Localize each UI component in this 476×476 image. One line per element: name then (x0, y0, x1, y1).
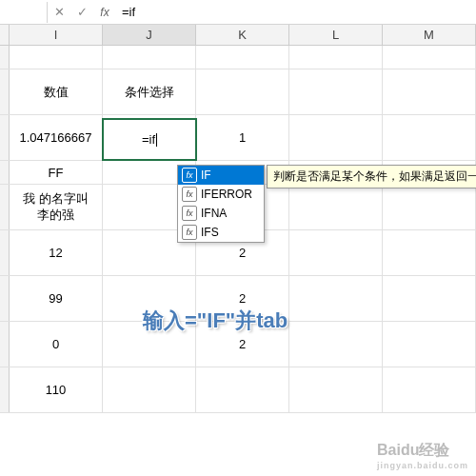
function-icon: fx (182, 168, 197, 183)
autocomplete-label: IFNA (201, 207, 227, 220)
cell[interactable] (383, 367, 476, 412)
cell[interactable] (289, 69, 383, 114)
cell[interactable]: 我 的名字叫 李的强 (10, 185, 103, 229)
autocomplete-label: IF (201, 169, 211, 182)
cell[interactable] (289, 185, 383, 229)
cell[interactable] (383, 322, 476, 367)
cell[interactable]: FF (10, 161, 103, 184)
grid-row: 数值 条件选择 (0, 69, 476, 115)
cell[interactable] (383, 46, 476, 69)
cell[interactable]: 2 (196, 322, 289, 367)
cell[interactable] (289, 230, 383, 275)
grid-row: 1.047166667 1 (0, 115, 476, 161)
select-all-corner[interactable] (0, 25, 10, 45)
cell[interactable] (103, 322, 196, 367)
grid-row: 99 2 (0, 276, 476, 322)
cell-header-I[interactable]: 数值 (10, 69, 103, 114)
cell[interactable] (383, 230, 476, 275)
formula-input[interactable]: =if (116, 5, 476, 19)
cell[interactable] (383, 115, 476, 160)
row-header[interactable] (0, 322, 10, 367)
active-cell-text: =if (142, 132, 155, 147)
grid-row: 0 2 (0, 322, 476, 367)
autocomplete-tooltip: 判断是否满足某个条件，如果满足返回一个 (267, 165, 476, 188)
cell[interactable] (289, 276, 383, 321)
fx-icon[interactable]: fx (93, 6, 116, 19)
cell-header-J[interactable]: 条件选择 (103, 69, 196, 114)
autocomplete-item[interactable]: fx IFERROR (178, 185, 264, 204)
grid-row (0, 46, 476, 69)
cancel-icon[interactable]: ✕ (48, 5, 70, 19)
formula-bar: ✕ ✓ fx =if (0, 0, 476, 25)
row-header[interactable] (0, 161, 10, 184)
grid-row: 110 (0, 367, 476, 413)
col-header-M[interactable]: M (383, 25, 476, 45)
row-header[interactable] (0, 276, 10, 321)
col-header-J[interactable]: J (103, 25, 196, 45)
watermark-main: Baidu经验 (377, 442, 449, 458)
cell[interactable] (10, 46, 103, 69)
active-cell[interactable]: =if (102, 118, 197, 161)
watermark: Baidu经验 jingyan.baidu.com (377, 441, 468, 470)
cell[interactable]: 0 (10, 322, 103, 367)
row-header[interactable] (0, 367, 10, 412)
watermark-sub: jingyan.baidu.com (377, 461, 468, 470)
cell[interactable]: 1.047166667 (10, 115, 103, 160)
function-icon: fx (182, 206, 197, 221)
autocomplete-item[interactable]: fx IFS (178, 223, 264, 242)
function-icon: fx (182, 187, 197, 202)
row-header[interactable] (0, 230, 10, 275)
row-header[interactable] (0, 185, 10, 229)
cell[interactable] (289, 115, 383, 160)
autocomplete-item[interactable]: fx IF (178, 166, 264, 185)
formula-autocomplete: fx IF fx IFERROR fx IFNA fx IFS (177, 165, 265, 243)
cell[interactable] (289, 46, 383, 69)
column-header-row: I J K L M (0, 25, 476, 46)
row-header[interactable] (0, 115, 10, 160)
cell[interactable]: 99 (10, 276, 103, 321)
col-header-L[interactable]: L (289, 25, 383, 45)
cell[interactable]: 1 (196, 115, 289, 160)
cell[interactable] (383, 185, 476, 229)
row-header[interactable] (0, 46, 10, 69)
cell[interactable] (103, 367, 196, 412)
autocomplete-label: IFERROR (201, 188, 252, 201)
confirm-icon[interactable]: ✓ (70, 5, 93, 19)
cell[interactable]: 12 (10, 230, 103, 275)
cell[interactable] (383, 69, 476, 114)
function-icon: fx (182, 225, 197, 240)
cell[interactable] (196, 367, 289, 412)
autocomplete-label: IFS (201, 226, 219, 239)
cell[interactable] (289, 367, 383, 412)
cell[interactable] (289, 322, 383, 367)
col-header-I[interactable]: I (10, 25, 103, 45)
cell[interactable] (196, 46, 289, 69)
cell[interactable]: 2 (196, 276, 289, 321)
cell[interactable] (103, 46, 196, 69)
cell[interactable] (103, 276, 196, 321)
cell[interactable]: 110 (10, 367, 103, 412)
row-header[interactable] (0, 69, 10, 114)
text-caret (156, 133, 157, 147)
cell[interactable] (383, 276, 476, 321)
autocomplete-item[interactable]: fx IFNA (178, 204, 264, 223)
grid: 数值 条件选择 1.047166667 1 FF 我 的名字叫 李的强 3 12… (0, 46, 476, 413)
cell[interactable] (196, 69, 289, 114)
col-header-K[interactable]: K (196, 25, 289, 45)
name-box[interactable] (0, 2, 48, 23)
